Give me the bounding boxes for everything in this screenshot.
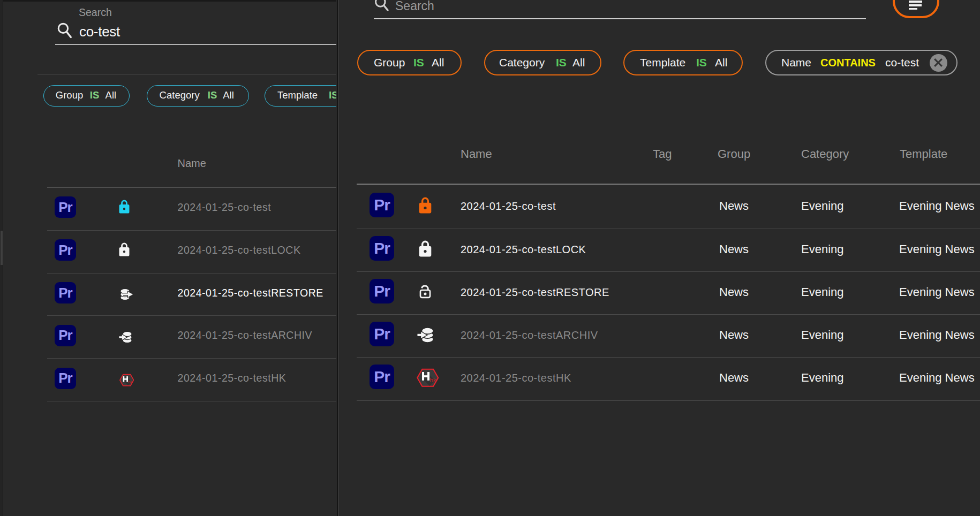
- svg-text:hk: hk: [429, 376, 436, 383]
- svg-text:hk: hk: [128, 379, 132, 384]
